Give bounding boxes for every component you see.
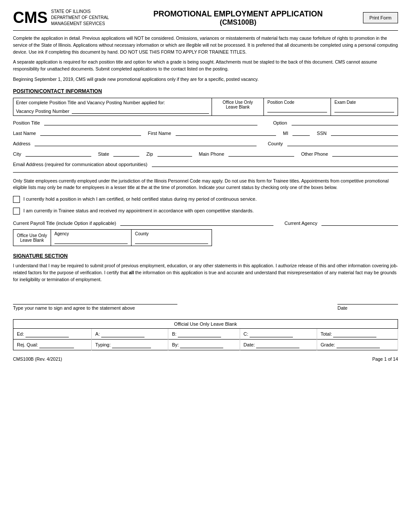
mi-label: MI — [283, 131, 288, 136]
official-row-2: Rej. Qual: Typing: By: Date: Grade: — [13, 340, 398, 350]
main-phone-input[interactable] — [228, 150, 294, 157]
date2-label: Date: — [244, 342, 255, 347]
sig-label: Type your name to sign and agree to the … — [13, 305, 177, 311]
position-code-label: Position Code — [267, 100, 327, 105]
checkbox-2[interactable] — [13, 208, 20, 215]
position-code-col: Position Code — [264, 98, 331, 115]
position-title-row: Position Title Option — [13, 119, 398, 125]
cms-logo: CMS — [13, 10, 48, 26]
position-info-box: Enter complete Position Title and Vacanc… — [13, 98, 398, 116]
ed-input[interactable] — [26, 330, 69, 337]
address-input[interactable] — [35, 139, 257, 146]
c-label: C: — [244, 331, 248, 337]
email-input[interactable] — [152, 160, 398, 167]
ssn-input[interactable] — [331, 129, 398, 136]
zip-label: Zip — [146, 151, 153, 157]
by-label: By: — [172, 342, 179, 347]
city-label: City — [13, 151, 21, 157]
mi-input[interactable] — [292, 129, 310, 136]
ou-county-label: County — [135, 231, 208, 236]
status-para: Only State employees currently employed … — [13, 178, 398, 192]
official-use-header: Official Use Only Leave Blank — [13, 320, 398, 329]
check1-label: I currently hold a position in which I a… — [23, 195, 257, 203]
total-input[interactable] — [333, 330, 376, 337]
ou-left-label: Office Use Only Leave Blank — [13, 230, 51, 246]
option-label: Option — [273, 120, 287, 125]
position-code-input[interactable] — [267, 106, 327, 112]
logo-area: CMS STATE OF ILLINOIS DEPARTMENT OF CENT… — [13, 9, 109, 27]
by-input[interactable] — [180, 341, 223, 348]
intro-para2: A separate application is required for e… — [13, 59, 398, 73]
ou-county-input[interactable] — [135, 238, 208, 244]
page-number: Page 1 of 14 — [372, 356, 398, 362]
rej-label: Rej. Qual: — [17, 342, 38, 347]
current-agency-label: Current Agency — [285, 221, 318, 226]
b-input[interactable] — [178, 330, 221, 337]
exam-date-label: Exam Date — [334, 100, 394, 105]
current-payroll-input[interactable] — [120, 219, 273, 226]
other-phone-input[interactable] — [332, 150, 398, 157]
grade-input[interactable] — [337, 341, 380, 348]
city-input[interactable] — [26, 150, 91, 157]
c-input[interactable] — [250, 330, 293, 337]
rej-input[interactable] — [39, 341, 74, 348]
print-button[interactable]: Print Form — [363, 12, 398, 23]
total-label: Total: — [321, 331, 332, 337]
typing-input[interactable] — [112, 341, 151, 348]
signature-section-title: SIGNATURE SECTION — [13, 253, 398, 259]
pi-left: Enter complete Position Title and Vacanc… — [13, 98, 212, 115]
form-id: CMS100B (Rev. 4/2021) — [13, 356, 62, 362]
date-field: Date — [337, 296, 398, 311]
ou-right: Agency County — [51, 230, 212, 246]
county-input[interactable] — [287, 139, 398, 146]
title-area: PROMOTIONAL EMPLOYMENT APPLICATION (CMS1… — [118, 10, 359, 26]
date-line[interactable] — [337, 296, 398, 304]
main-phone-label: Main Phone — [199, 151, 225, 157]
ou-county-col: County — [132, 230, 212, 246]
exam-date-col: Exam Date — [331, 98, 398, 115]
page-header: CMS STATE OF ILLINOIS DEPARTMENT OF CENT… — [13, 9, 398, 31]
vacancy-input[interactable] — [72, 107, 209, 114]
sig-line[interactable] — [13, 296, 177, 304]
checkbox-1[interactable] — [13, 196, 20, 203]
ou-agency-input[interactable] — [55, 238, 128, 244]
position-section-title: POSITION/CONTACT INFORMATION — [13, 88, 398, 94]
city-row: City State Zip Main Phone Other Phone — [13, 150, 398, 157]
ed-label: Ed: — [17, 331, 24, 337]
other-phone-label: Other Phone — [301, 151, 328, 157]
current-agency-input[interactable] — [321, 219, 398, 226]
last-name-input[interactable] — [40, 129, 141, 136]
state-label: State — [98, 151, 109, 157]
exam-date-input[interactable] — [334, 106, 394, 112]
checkbox-row-1: I currently hold a position in which I a… — [13, 195, 398, 203]
ou-agency-label: Agency — [55, 231, 128, 236]
signature-row: Type your name to sign and agree to the … — [13, 296, 398, 311]
a-input[interactable] — [101, 330, 144, 337]
position-title-label: Position Title — [13, 120, 40, 125]
county-label: County — [268, 141, 283, 146]
first-name-input[interactable] — [176, 129, 276, 136]
pi-right: Office Use OnlyLeave Blank Position Code… — [212, 98, 398, 115]
official-row-1: Ed: A: B: C: Total: — [13, 329, 398, 340]
date2-input[interactable] — [256, 341, 299, 348]
intro-para1: Complete the application in detail. Prev… — [13, 35, 398, 55]
option-input[interactable] — [292, 119, 398, 125]
sig-field: Type your name to sign and agree to the … — [13, 296, 177, 311]
divider1 — [13, 172, 398, 173]
main-title: PROMOTIONAL EMPLOYMENT APPLICATION — [118, 10, 359, 19]
check2-label: I am currently in Trainee status and rec… — [23, 207, 254, 215]
payroll-row: Current Payroll Title (include Option if… — [13, 219, 398, 226]
intro-para3: Beginning September 1, 2019, CMS will gr… — [13, 76, 398, 83]
typing-label: Typing: — [95, 342, 110, 347]
last-name-label: Last Name — [13, 131, 36, 136]
enter-label: Enter complete Position Title and Vacanc… — [16, 100, 209, 105]
ou-agency-col: Agency — [51, 230, 132, 246]
checkbox-row-2: I am currently in Trainee status and rec… — [13, 207, 398, 215]
zip-input[interactable] — [157, 150, 192, 157]
office-use-col: Office Use OnlyLeave Blank — [212, 98, 264, 115]
first-name-label: First Name — [148, 131, 171, 136]
a-label: A: — [95, 331, 100, 337]
grade-label: Grade: — [321, 342, 335, 347]
state-input[interactable] — [113, 150, 139, 157]
position-title-input[interactable] — [44, 119, 257, 125]
